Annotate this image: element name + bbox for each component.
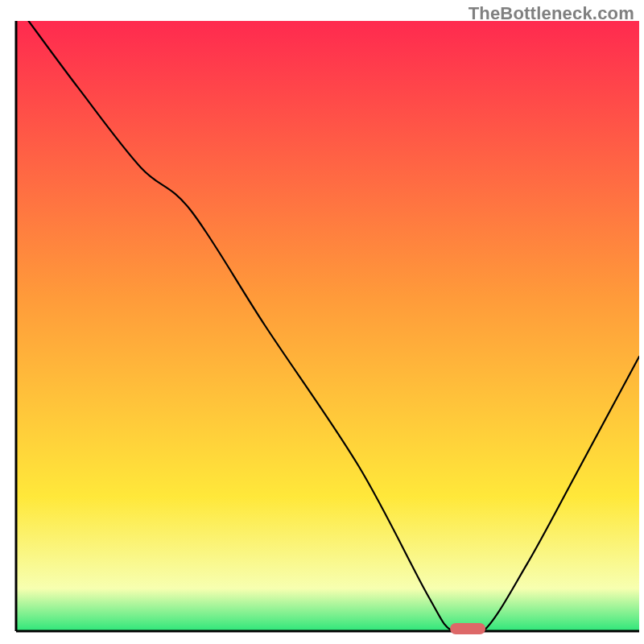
optimum-marker	[450, 623, 485, 634]
plot-background	[16, 21, 639, 631]
watermark-text: TheBottleneck.com	[469, 3, 634, 24]
chart-container: TheBottleneck.com	[0, 0, 644, 644]
bottleneck-plot	[0, 0, 644, 644]
